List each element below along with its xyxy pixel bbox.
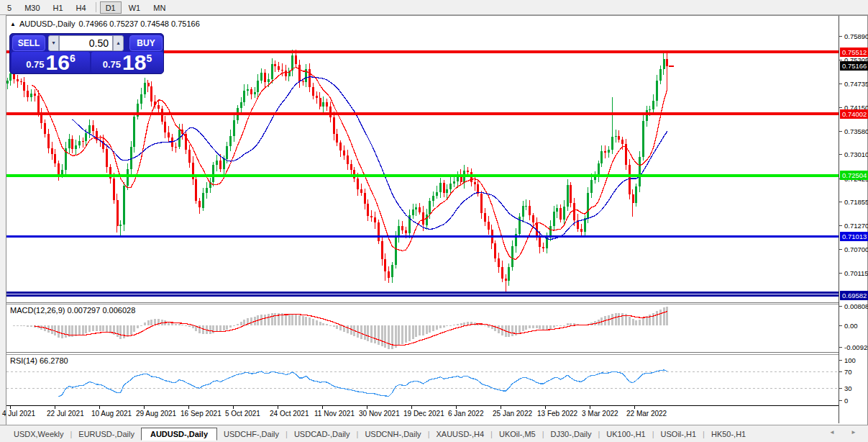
chart-symbol-label: AUDUSD-,Daily [19, 19, 76, 28]
application-window: 0.758900.753050.747350.741500.735800.730… [0, 0, 868, 442]
timeframe-toolbar: 5M30H1H4D1W1MN [0, 0, 868, 15]
price-badge: 0.72504 [842, 171, 867, 179]
sell-price-base: 0.75 [26, 59, 44, 70]
date-tick-label: 30 Nov 2021 [359, 410, 400, 418]
date-tick-label: 25 Jan 2022 [493, 410, 532, 418]
chart-ohlc-values: 0.74966 0.75237 0.74548 0.75166 [79, 19, 200, 28]
buy-button[interactable]: BUY [129, 35, 163, 51]
price-tick-label: 0.73580 [844, 127, 868, 135]
symbol-tab-usdxweekly[interactable]: USDX,Weekly [7, 428, 70, 441]
sell-button[interactable]: SELL [12, 35, 45, 51]
sell-price-display[interactable]: 0.75 16 6 [12, 52, 90, 73]
price-badge: 0.75166 [842, 62, 867, 70]
chart-title: ▲ AUDUSD-,Daily 0.74966 0.75237 0.74548 … [10, 19, 200, 28]
date-tick-label: 22 Jul 2021 [47, 410, 84, 418]
sell-price-sup: 6 [70, 53, 76, 64]
price-badge: 0.74002 [842, 110, 867, 118]
collapse-marker-icon[interactable]: ▲ [10, 21, 16, 27]
price-tick-label: 0.71855 [844, 198, 868, 206]
symbol-tab-ukoilm5[interactable]: UKOil-,M5 [493, 428, 542, 441]
rsi-tick-label: 0 [844, 397, 848, 405]
volume-decrease-button[interactable]: ▾ [48, 35, 59, 51]
date-tick-label: 13 Feb 2022 [537, 410, 578, 418]
buy-price-base: 0.75 [103, 59, 121, 70]
symbol-tab-audusddaily[interactable]: AUDUSD-,Daily [141, 428, 217, 441]
symbol-tab-usdcnhdaily[interactable]: USDCNH-,Daily [358, 428, 427, 441]
symbol-tab-usoilh1[interactable]: USOil-,H1 [654, 428, 703, 441]
date-tick-label: 29 Aug 2021 [136, 410, 177, 418]
date-tick-label: 10 Aug 2021 [91, 410, 132, 418]
one-click-trading-panel: SELL ▾ 0.50 ▴ BUY 0.75 16 6 0.75 18 5 [9, 33, 164, 74]
price-badge: 0.75512 [842, 48, 867, 56]
macd-label: MACD(12,26,9) 0.007297 0.006028 [10, 306, 135, 315]
symbol-tab-xauusdh4[interactable]: XAUUSD-,H4 [429, 428, 490, 441]
timeframe-button-h1[interactable]: H1 [47, 1, 69, 14]
symbol-tab-bar: USDX,Weekly|EURUSD-,DailyAUDUSD-,DailyUS… [0, 425, 868, 442]
rsi-tick-label: 70 [844, 368, 852, 376]
date-tick-label: 5 Oct 2021 [225, 410, 260, 418]
price-badge: 0.71013 [842, 233, 867, 240]
buy-price-display[interactable]: 0.75 18 5 [91, 52, 163, 73]
timeframe-button-h4[interactable]: H4 [70, 1, 92, 14]
rsi-label: RSI(14) 66.2780 [10, 356, 68, 365]
rsi-tick-label: 100 [844, 356, 856, 364]
symbol-tab-eurusddaily[interactable]: EURUSD-,Daily [72, 428, 141, 441]
macd-tick-label: -0.00928 [844, 343, 868, 351]
timeframe-button-m30[interactable]: M30 [19, 1, 45, 14]
date-tick-label: 16 Sep 2021 [181, 410, 221, 418]
volume-input[interactable]: 0.50 [59, 35, 113, 51]
date-tick-label: 4 Jul 2021 [2, 410, 36, 418]
price-tick-label: 0.70700 [844, 245, 868, 253]
symbol-tab-usdchfdaily[interactable]: USDCHF-,Daily [217, 428, 285, 441]
volume-increase-button[interactable]: ▴ [113, 35, 124, 51]
price-tick-label: 0.70115 [844, 269, 868, 277]
toolbar-separator [96, 2, 96, 12]
price-tick-label: 0.73010 [844, 150, 868, 158]
macd-tick-label: 0.00 [844, 322, 858, 330]
timeframe-button-5[interactable]: 5 [1, 1, 17, 14]
price-tick-label: 0.71270 [844, 222, 868, 230]
date-tick-label: 11 Nov 2021 [314, 410, 355, 418]
date-tick-label: 3 Mar 2022 [582, 410, 618, 418]
buy-price-big: 18 [122, 53, 146, 72]
buy-price-sup: 5 [146, 53, 152, 64]
symbol-tab-usdcaddaily[interactable]: USDCAD-,Daily [288, 428, 357, 441]
timeframe-button-w1[interactable]: W1 [123, 1, 147, 14]
date-tick-label: 22 Mar 2022 [626, 410, 667, 418]
date-tick-label: 19 Dec 2021 [403, 410, 444, 418]
symbol-tab-uk100h1[interactable]: UK100-,H1 [600, 428, 652, 441]
price-tick-label: 0.74735 [844, 80, 868, 88]
tab-scroll-arrows[interactable]: ◄ ► [829, 429, 864, 436]
price-tick-label: 0.75890 [844, 32, 868, 40]
symbol-tab-hk50h1[interactable]: HK50-,H1 [705, 428, 752, 441]
price-badge: 0.69582 [842, 292, 867, 299]
rsi-tick-label: 30 [844, 384, 852, 392]
macd-tick-label: 0.008087 [844, 302, 868, 310]
date-tick-label: 6 Jan 2022 [448, 410, 484, 418]
date-tick-label: 24 Oct 2021 [270, 410, 309, 418]
timeframe-button-d1[interactable]: D1 [100, 1, 122, 14]
timeframe-button-mn[interactable]: MN [147, 1, 171, 14]
symbol-tab-dj30daily[interactable]: DJ30-,Daily [544, 428, 598, 441]
sell-price-big: 16 [46, 53, 70, 72]
